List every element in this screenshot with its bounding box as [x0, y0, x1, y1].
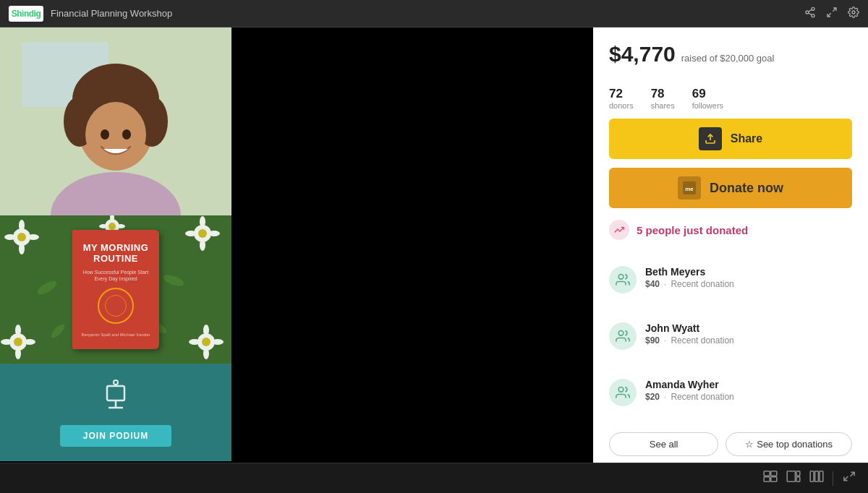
- social-proof-text: 5 people just donated: [637, 224, 748, 236]
- shares-stat: 78 shares: [651, 87, 675, 110]
- svg-point-42: [189, 339, 200, 345]
- followers-label: followers: [692, 101, 723, 110]
- donor-type-3: Recent donation: [671, 392, 733, 402]
- svg-point-21: [17, 233, 26, 241]
- donor-type-2: Recent donation: [671, 335, 733, 346]
- svg-line-74: [851, 472, 855, 476]
- donors-count: 72: [609, 87, 634, 101]
- svg-rect-69: [796, 471, 800, 476]
- donors-label: donors: [609, 101, 634, 110]
- book-cover: MY MORNING ROUTINE How Successful People…: [72, 230, 159, 349]
- center-stage: [231, 27, 593, 463]
- svg-point-1: [806, 11, 809, 14]
- donate-button-icon: me: [678, 176, 701, 200]
- book-title: MY MORNING ROUTINE: [78, 242, 153, 265]
- svg-point-30: [185, 231, 197, 236]
- svg-rect-71: [810, 471, 814, 481]
- see-all-button[interactable]: See all: [609, 432, 718, 456]
- svg-point-0: [812, 7, 814, 10]
- svg-rect-68: [787, 471, 795, 481]
- svg-point-40: [203, 325, 209, 336]
- share-button-label: Share: [731, 132, 762, 145]
- book-subtitle: How Successful People Start Every Day In…: [78, 269, 153, 282]
- svg-point-37: [24, 339, 35, 345]
- svg-point-17: [101, 129, 109, 140]
- svg-point-29: [200, 239, 205, 251]
- topbar-icons: [804, 7, 859, 21]
- svg-point-34: [15, 325, 21, 336]
- donor-amount-1: $40: [645, 279, 660, 289]
- donor-name-3: Amanda Wyher: [645, 379, 734, 390]
- donor-dot-3: ·: [664, 392, 666, 402]
- donor-info-3: Amanda Wyher $20 · Recent donation: [645, 379, 734, 402]
- topbar-left: Shindig Financial Planning Workshop: [9, 6, 172, 22]
- column-icon[interactable]: [809, 471, 824, 486]
- svg-point-41: [203, 348, 209, 359]
- donor-type-1: Recent donation: [671, 279, 733, 289]
- expand-icon[interactable]: [826, 7, 838, 21]
- podium-area: JOIN PODIUM: [0, 364, 231, 461]
- raised-amount: $4,770: [609, 42, 676, 67]
- podium-icon: [101, 379, 130, 416]
- share-button-icon: [699, 127, 722, 150]
- svg-point-62: [618, 331, 624, 336]
- goal-text: raised of $20,000 goal: [681, 53, 775, 64]
- donor-detail-1: $40 · Recent donation: [645, 279, 734, 289]
- topbar: Shindig Financial Planning Workshop: [0, 0, 868, 27]
- share-button[interactable]: Share: [609, 119, 852, 159]
- donor-name-1: Beth Meyers: [645, 266, 734, 278]
- svg-rect-66: [764, 477, 770, 481]
- donation-amount-row: $4,770 raised of $20,000 goal: [609, 42, 852, 67]
- svg-point-39: [202, 338, 210, 346]
- svg-point-18: [122, 129, 131, 140]
- svg-point-23: [19, 243, 25, 254]
- svg-rect-73: [820, 471, 823, 481]
- see-top-donations-button[interactable]: ☆ See top donations: [726, 432, 852, 456]
- star-icon: ☆: [745, 439, 754, 450]
- donor-avatar-3: [609, 379, 637, 406]
- svg-point-24: [4, 234, 16, 240]
- svg-point-45: [109, 223, 116, 230]
- join-podium-button[interactable]: JOIN PODIUM: [60, 425, 171, 447]
- svg-point-48: [99, 224, 108, 228]
- shares-count: 78: [651, 87, 675, 101]
- share-icon[interactable]: [804, 7, 816, 21]
- settings-icon[interactable]: [848, 7, 859, 21]
- grid-view-icon[interactable]: [763, 471, 778, 486]
- donor-item: Amanda Wyher $20 · Recent donation: [609, 373, 852, 412]
- svg-rect-67: [771, 477, 777, 481]
- svg-point-16: [85, 102, 146, 167]
- shares-label: shares: [651, 101, 675, 110]
- svg-rect-54: [107, 386, 124, 400]
- see-top-label: See top donations: [757, 439, 833, 450]
- logo-text: Shindig: [12, 9, 41, 19]
- bottombar: [0, 463, 868, 493]
- left-panel: MY MORNING ROUTINE How Successful People…: [0, 27, 231, 463]
- trending-icon: [609, 220, 629, 240]
- svg-point-22: [19, 220, 25, 231]
- book-display: MY MORNING ROUTINE How Successful People…: [0, 215, 231, 364]
- svg-point-61: [618, 275, 624, 280]
- donor-amount-3: $20: [645, 392, 660, 402]
- donor-dot-2: ·: [664, 335, 666, 346]
- donor-item: Beth Meyers $40 · Recent donation: [609, 260, 852, 299]
- svg-rect-65: [771, 471, 777, 476]
- svg-rect-64: [764, 471, 770, 476]
- svg-rect-72: [815, 471, 819, 481]
- donor-detail-2: $90 · Recent donation: [645, 335, 734, 346]
- bottom-buttons: See all ☆ See top donations: [609, 432, 852, 456]
- main-area: MY MORNING ROUTINE How Successful People…: [0, 27, 868, 463]
- followers-stat: 69 followers: [692, 87, 723, 110]
- donors-stat: 72 donors: [609, 87, 634, 110]
- logo: Shindig: [9, 6, 43, 22]
- layout-icon[interactable]: [786, 471, 801, 486]
- followers-count: 69: [692, 87, 723, 101]
- svg-line-5: [833, 8, 836, 12]
- svg-line-4: [809, 9, 812, 12]
- fullscreen-icon[interactable]: [842, 471, 856, 486]
- svg-point-35: [15, 348, 21, 359]
- donor-info-2: John Wyatt $90 · Recent donation: [645, 322, 734, 346]
- donor-avatar-2: [609, 322, 637, 350]
- svg-point-27: [198, 229, 207, 238]
- donate-button[interactable]: me Donate now: [609, 168, 852, 208]
